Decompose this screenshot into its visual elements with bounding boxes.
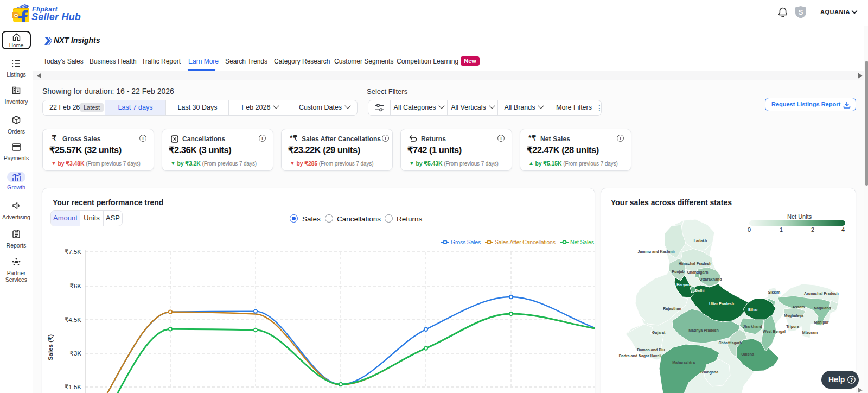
svg-text:₹1.5K: ₹1.5K [65, 384, 81, 390]
svg-text:Meghalaya: Meghalaya [784, 314, 803, 318]
svg-text:Assam: Assam [793, 305, 805, 309]
svg-text:₹6K: ₹6K [70, 283, 82, 289]
svg-text:Dadra and Nagar Haveli: Dadra and Nagar Haveli [619, 354, 662, 358]
svg-text:West Bengal: West Bengal [763, 329, 786, 334]
svg-text:Rajasthan: Rajasthan [663, 307, 681, 311]
svg-text:Chandigarh: Chandigarh [687, 270, 709, 275]
svg-text:Bihar: Bihar [748, 308, 758, 312]
svg-text:Jammu and Kashmir: Jammu and Kashmir [638, 250, 675, 253]
svg-text:Maharashtra: Maharashtra [672, 360, 695, 364]
svg-text:Nagaland: Nagaland [814, 306, 831, 310]
svg-text:S: S [799, 8, 803, 16]
svg-text:Madhya Pradesh: Madhya Pradesh [688, 328, 719, 333]
svg-text:Mizoram: Mizoram [802, 331, 818, 334]
svg-text:₹4.5K: ₹4.5K [65, 316, 81, 323]
svg-text:Haryana: Haryana [676, 283, 692, 287]
svg-text:₹3K: ₹3K [70, 350, 82, 357]
svg-text:Himachal Pradesh: Himachal Pradesh [679, 262, 712, 265]
svg-text:Chhattisgarh: Chhattisgarh [718, 341, 742, 345]
svg-text:Arunachal Pradesh: Arunachal Pradesh [804, 291, 839, 295]
svg-text:Tripura: Tripura [786, 325, 799, 329]
svg-text:Uttarakhand: Uttarakhand [700, 277, 722, 281]
svg-text:Sales (₹): Sales (₹) [47, 334, 54, 360]
svg-text:Punjab: Punjab [672, 270, 684, 274]
svg-text:Odisha: Odisha [741, 352, 754, 356]
svg-text:Ladakh: Ladakh [694, 239, 707, 243]
svg-text:Uttar Pradesh: Uttar Pradesh [709, 302, 734, 306]
svg-text:Manipur: Manipur [814, 320, 828, 325]
svg-text:₹7.5K: ₹7.5K [65, 249, 81, 255]
svg-text:Delhi: Delhi [695, 289, 704, 293]
svg-text:Telangana: Telangana [700, 370, 718, 375]
svg-text:Sikkim: Sikkim [768, 290, 781, 294]
svg-text:Daman and Diu: Daman and Diu [637, 348, 665, 352]
svg-text:?: ? [850, 377, 853, 383]
svg-text:Jharkhand: Jharkhand [743, 325, 762, 328]
svg-text:Gujarat: Gujarat [652, 331, 666, 335]
